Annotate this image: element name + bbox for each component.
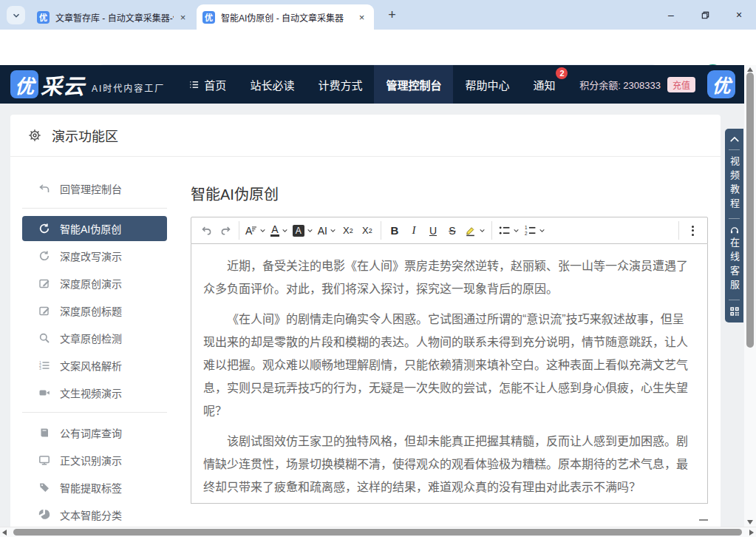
scroll-left-arrow[interactable] xyxy=(2,530,7,536)
sidebar-item-ai-rewrite[interactable]: 智能AI伪原创 xyxy=(22,216,167,241)
sidebar-item-label: 智能提取标签 xyxy=(60,480,122,495)
divider xyxy=(729,149,740,150)
tab-article-store[interactable]: 优 文章暂存库 - 自动文章采集器-伪 × xyxy=(31,4,195,30)
nav-item-help[interactable]: 帮助中心 xyxy=(453,65,521,104)
nav-item-home[interactable]: 首页 xyxy=(177,65,238,104)
bullet-list-dropdown[interactable] xyxy=(496,220,522,241)
scroll-down-arrow[interactable] xyxy=(747,520,753,524)
sidebar-item-label: 深度原创演示 xyxy=(60,276,122,291)
vertical-scrollbar[interactable] xyxy=(744,65,756,527)
subscript-icon: X xyxy=(343,225,350,236)
chevron-down-icon xyxy=(513,227,520,234)
search-icon xyxy=(38,332,50,344)
scroll-up-arrow[interactable] xyxy=(747,67,753,72)
nav-item-notifications[interactable]: 通知 2 xyxy=(521,65,567,104)
underline-button[interactable]: U xyxy=(423,220,443,241)
font-background-dropdown[interactable]: A xyxy=(290,220,316,241)
sidebar: 回管理控制台 智能AI伪原创 深度改写演示 深度原创演示 深度原创标题 文 xyxy=(22,176,167,530)
editor-title: 智能AI伪原创 xyxy=(191,183,708,204)
browser-toolbar: ucaiyun.com/caiji/test_ai_generator/ ☆ 井 xyxy=(0,30,756,65)
sidebar-item-deep-rewrite[interactable]: 深度改写演示 xyxy=(22,243,167,268)
toolbar-separator xyxy=(239,221,239,240)
video-tutorial-button[interactable]: 视频教程 xyxy=(725,156,743,212)
recharge-button[interactable]: 充值 xyxy=(667,77,695,92)
close-window-button[interactable]: × xyxy=(722,0,756,30)
nav-item-console[interactable]: 管理控制台 xyxy=(374,65,453,104)
headset-icon xyxy=(729,225,740,235)
window-controls: – × xyxy=(654,0,756,30)
pie-chart-icon xyxy=(38,509,50,521)
site-logo-text[interactable]: 采云 xyxy=(41,69,85,100)
editor-panel: 智能AI伪原创 A A A xyxy=(191,183,708,504)
editor-content-area[interactable]: 近期，备受关注的电影《在人间》票房走势突然逆转，赵丽颖、张一山等一众演员遭遇了众… xyxy=(191,244,708,504)
sidebar-item-text-classification[interactable]: 文本智能分类 xyxy=(22,502,167,527)
site-header: 优 采云 AI时代内容工厂 首页 站长必读 计费方式 管理控制台 帮助中心 通知… xyxy=(0,65,744,104)
font-family-dropdown[interactable]: AI xyxy=(316,220,338,241)
video-camera-icon xyxy=(38,387,50,399)
sidebar-item-back-to-console[interactable]: 回管理控制台 xyxy=(22,176,167,201)
book-icon xyxy=(38,427,50,439)
horizontal-scrollbar[interactable] xyxy=(0,527,756,537)
notification-badge: 2 xyxy=(556,67,568,79)
sidebar-item-label: 文本智能分类 xyxy=(60,507,122,522)
paragraph: 该剧试图效仿王家卫的独特风格，但却未能真正把握其精髓，反而让人感到更加困惑。剧情… xyxy=(203,430,695,499)
nav-label: 首页 xyxy=(204,77,226,92)
numbered-list-dropdown[interactable]: 12 xyxy=(522,220,548,241)
redo-icon xyxy=(219,224,232,237)
undo-icon xyxy=(200,224,213,237)
page-title: 演示功能区 xyxy=(52,126,118,145)
sidebar-item-body-recognition[interactable]: 正文识别演示 xyxy=(22,448,167,473)
italic-button[interactable]: I xyxy=(404,220,423,241)
highlight-dropdown[interactable] xyxy=(462,220,488,241)
sidebar-item-deep-original[interactable]: 深度原创演示 xyxy=(22,271,167,296)
superscript-button[interactable]: X2 xyxy=(358,220,377,241)
qr-code-icon[interactable] xyxy=(729,306,740,317)
highlighter-pen-icon xyxy=(464,224,477,237)
sidebar-item-deep-title[interactable]: 深度原创标题 xyxy=(22,298,167,323)
font-size-dropdown[interactable]: A xyxy=(243,220,268,241)
tab-favicon: 优 xyxy=(37,11,50,24)
tab-title: 智能AI伪原创 - 自动文章采集器 xyxy=(221,11,353,24)
sidebar-item-label: 回管理控制台 xyxy=(60,181,122,196)
nav-item-must-read[interactable]: 站长必读 xyxy=(238,65,306,104)
redo-button[interactable] xyxy=(216,220,235,241)
new-tab-button[interactable]: + xyxy=(384,7,401,24)
divider xyxy=(22,208,167,209)
sidebar-item-style-analysis[interactable]: 123 文案风格解析 xyxy=(22,353,167,378)
nav-item-pricing[interactable]: 计费方式 xyxy=(306,65,374,104)
credits-balance: 积分余额: 2308333 xyxy=(579,78,661,92)
subscript-button[interactable]: X2 xyxy=(338,220,358,241)
horizontal-scrollbar-thumb[interactable] xyxy=(13,529,742,536)
paragraph: 《在人间》的剧情走向确实令人困惑。它试图通过所谓的“意识流”技巧来叙述故事，但呈… xyxy=(203,308,695,422)
svg-text:3: 3 xyxy=(39,366,41,371)
demo-card: 演示功能区 回管理控制台 智能AI伪原创 深度改写演示 深度原创演示 xyxy=(10,115,721,527)
sidebar-item-public-lexicon[interactable]: 公有词库查询 xyxy=(22,420,167,445)
strikethrough-button[interactable]: S xyxy=(443,220,462,241)
edit-icon xyxy=(38,277,50,289)
chevron-down-icon xyxy=(539,227,545,234)
tab-close-icon[interactable]: × xyxy=(355,11,368,24)
restore-button[interactable] xyxy=(688,0,722,30)
chevron-up-icon[interactable] xyxy=(729,135,740,143)
user-avatar[interactable]: 优 xyxy=(707,70,735,98)
monitor-icon xyxy=(38,454,50,466)
sidebar-item-originality-check[interactable]: 文章原创检测 xyxy=(22,325,167,351)
scroll-right-arrow[interactable] xyxy=(749,530,754,536)
online-service-button[interactable]: 在线客服 xyxy=(725,237,743,294)
tab-search-button[interactable] xyxy=(7,6,25,24)
sidebar-item-text-to-video[interactable]: 文生视频演示 xyxy=(22,380,167,405)
toolbar-more-button[interactable] xyxy=(683,220,702,241)
sidebar-item-tag-extraction[interactable]: 智能提取标签 xyxy=(22,475,167,500)
editor-resize-handle[interactable] xyxy=(699,519,708,521)
undo-button[interactable] xyxy=(197,220,216,241)
vertical-scrollbar-thumb[interactable] xyxy=(746,72,754,348)
divider xyxy=(22,412,167,413)
divider xyxy=(729,300,740,300)
minimize-button[interactable]: – xyxy=(654,0,688,30)
tab-close-icon[interactable]: × xyxy=(177,11,189,24)
sidebar-item-label: 深度原创标题 xyxy=(60,303,122,318)
site-logo-icon[interactable]: 优 xyxy=(10,70,38,98)
bold-button[interactable]: B xyxy=(385,220,404,241)
font-color-dropdown[interactable]: A xyxy=(268,220,290,241)
tab-ai-rewrite[interactable]: 优 智能AI伪原创 - 自动文章采集器 × xyxy=(197,4,374,30)
